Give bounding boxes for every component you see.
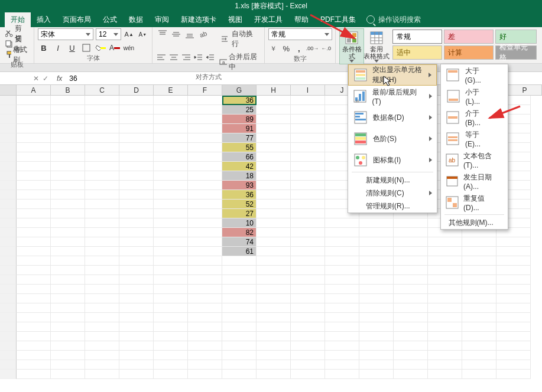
cell[interactable] bbox=[154, 351, 188, 360]
cell[interactable] bbox=[188, 332, 222, 341]
cell[interactable] bbox=[257, 266, 291, 275]
underline-button[interactable]: U bbox=[66, 42, 78, 54]
cell[interactable] bbox=[188, 209, 222, 218]
cell[interactable] bbox=[154, 360, 188, 370]
cell[interactable]: 36 bbox=[222, 96, 257, 105]
cell[interactable] bbox=[154, 143, 188, 152]
cell[interactable] bbox=[359, 332, 394, 341]
grid-row[interactable]: 61 bbox=[0, 247, 542, 256]
menu-top-bottom-rules[interactable]: 10 最前/最后规则(T) bbox=[348, 86, 437, 107]
cell[interactable] bbox=[291, 266, 325, 275]
cell[interactable] bbox=[119, 228, 154, 237]
cell[interactable] bbox=[394, 256, 428, 266]
cell[interactable] bbox=[222, 294, 257, 303]
cell[interactable] bbox=[119, 181, 154, 190]
cell[interactable] bbox=[257, 171, 291, 181]
cell[interactable] bbox=[51, 133, 85, 143]
cell[interactable] bbox=[119, 237, 154, 247]
row-header[interactable] bbox=[0, 143, 17, 152]
cell[interactable] bbox=[257, 237, 291, 247]
row-header[interactable] bbox=[0, 96, 17, 105]
conditional-formatting-button[interactable]: 条件格式 bbox=[339, 28, 364, 64]
cell[interactable] bbox=[51, 105, 85, 115]
cell[interactable] bbox=[428, 332, 462, 341]
cell[interactable] bbox=[496, 360, 531, 370]
row-header[interactable] bbox=[0, 133, 17, 143]
cell[interactable] bbox=[51, 218, 85, 228]
cell[interactable] bbox=[291, 133, 325, 143]
cell[interactable] bbox=[496, 332, 531, 341]
cell[interactable] bbox=[85, 360, 119, 370]
cell[interactable] bbox=[257, 294, 291, 303]
cell[interactable] bbox=[496, 285, 531, 294]
cell[interactable] bbox=[154, 247, 188, 256]
style-calculation[interactable]: 计算 bbox=[444, 45, 494, 60]
cell[interactable]: 61 bbox=[222, 247, 257, 256]
menu-text-contains[interactable]: ab 文本包含(T)... bbox=[441, 149, 508, 171]
cell[interactable] bbox=[188, 190, 222, 200]
cell[interactable] bbox=[188, 181, 222, 190]
cell[interactable] bbox=[188, 360, 222, 370]
cell[interactable] bbox=[325, 266, 359, 275]
cell[interactable] bbox=[291, 313, 325, 322]
cell[interactable] bbox=[462, 322, 496, 332]
cell[interactable] bbox=[51, 275, 85, 285]
grid-row[interactable] bbox=[0, 332, 542, 341]
cell[interactable] bbox=[257, 152, 291, 162]
border-button[interactable] bbox=[80, 42, 92, 54]
cell[interactable] bbox=[51, 303, 85, 313]
grid-row[interactable] bbox=[0, 303, 542, 313]
cell[interactable]: 82 bbox=[222, 228, 257, 237]
cell[interactable] bbox=[85, 294, 119, 303]
menu-date-occurring[interactable]: 发生日期(A)... bbox=[441, 171, 508, 192]
cell[interactable]: 25 bbox=[222, 105, 257, 115]
cell[interactable] bbox=[119, 322, 154, 332]
cell[interactable] bbox=[154, 190, 188, 200]
cell[interactable] bbox=[154, 303, 188, 313]
cell[interactable] bbox=[496, 370, 531, 379]
cell[interactable] bbox=[85, 209, 119, 218]
cell[interactable] bbox=[291, 181, 325, 190]
row-header[interactable] bbox=[0, 105, 17, 115]
cell[interactable] bbox=[257, 218, 291, 228]
tab-pagelayout[interactable]: 页面布局 bbox=[57, 12, 97, 27]
cell[interactable] bbox=[428, 341, 462, 351]
cell[interactable]: 66 bbox=[222, 152, 257, 162]
cell[interactable] bbox=[51, 181, 85, 190]
cell[interactable] bbox=[154, 115, 188, 124]
cell[interactable] bbox=[119, 266, 154, 275]
cell[interactable] bbox=[359, 313, 394, 322]
cell[interactable] bbox=[291, 285, 325, 294]
cell[interactable] bbox=[462, 313, 496, 322]
cell[interactable] bbox=[428, 266, 462, 275]
cell[interactable]: 36 bbox=[222, 190, 257, 200]
row-header[interactable] bbox=[0, 256, 17, 266]
cell[interactable] bbox=[359, 360, 394, 370]
cell[interactable] bbox=[85, 332, 119, 341]
cell[interactable] bbox=[291, 200, 325, 209]
format-painter-button[interactable]: 格式刷 bbox=[4, 50, 30, 60]
cell[interactable] bbox=[85, 115, 119, 124]
cell[interactable] bbox=[85, 237, 119, 247]
grid-row[interactable] bbox=[0, 266, 542, 275]
row-header[interactable] bbox=[0, 313, 17, 322]
cell[interactable] bbox=[394, 247, 428, 256]
cell[interactable] bbox=[17, 294, 51, 303]
cell[interactable] bbox=[325, 256, 359, 266]
cell[interactable] bbox=[188, 313, 222, 322]
tab-view[interactable]: 视图 bbox=[222, 12, 248, 27]
cell[interactable] bbox=[154, 162, 188, 171]
wrap-text-button[interactable]: 自动换行 bbox=[219, 28, 261, 50]
cell[interactable] bbox=[359, 341, 394, 351]
cell[interactable] bbox=[188, 303, 222, 313]
cell[interactable] bbox=[359, 247, 394, 256]
font-color-button[interactable]: A bbox=[109, 42, 121, 54]
cell[interactable] bbox=[154, 313, 188, 322]
cell[interactable] bbox=[119, 332, 154, 341]
cell[interactable] bbox=[154, 275, 188, 285]
cell[interactable] bbox=[119, 171, 154, 181]
cell[interactable] bbox=[428, 237, 462, 247]
tell-me-search[interactable]: 操作说明搜索 bbox=[366, 15, 421, 25]
cell[interactable] bbox=[85, 370, 119, 379]
cell[interactable] bbox=[17, 256, 51, 266]
